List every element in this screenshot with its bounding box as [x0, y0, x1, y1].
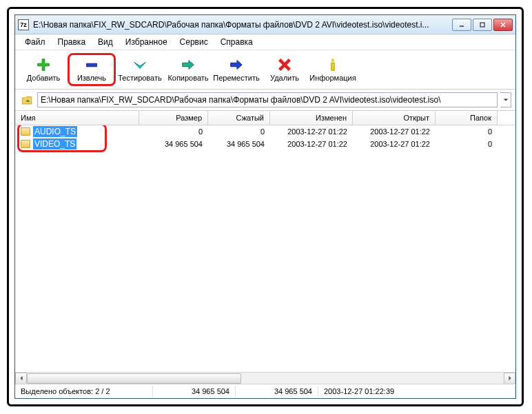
window-title: E:\Новая папка\FIX_RW_SDCARD\Рабочая пап… — [33, 20, 452, 30]
folder-icon — [21, 140, 30, 148]
file-area: Имя Размер Сжатый Изменен Открыт Папок A… — [15, 111, 515, 384]
delete-x-icon — [277, 57, 292, 72]
copy-button[interactable]: Копировать — [164, 53, 212, 86]
header-modified[interactable]: Изменен — [270, 111, 353, 125]
path-input[interactable] — [37, 92, 498, 107]
close-button[interactable] — [493, 19, 513, 31]
plus-icon — [36, 57, 51, 72]
menu-tools[interactable]: Сервис — [174, 36, 214, 48]
test-button[interactable]: Тестировать — [116, 53, 164, 86]
item-folders: 0 — [436, 140, 498, 148]
screenshot-frame: 7z E:\Новая папка\FIX_RW_SDCARD\Рабочая … — [7, 7, 524, 406]
status-date: 2003-12-27 01:22:39 — [318, 386, 515, 397]
item-folders: 0 — [436, 127, 498, 136]
scroll-thumb[interactable] — [27, 373, 241, 384]
folder-icon — [21, 127, 30, 136]
copy-arrow-icon — [181, 57, 196, 72]
info-icon — [325, 57, 340, 72]
header-name[interactable]: Имя — [15, 111, 139, 125]
header-packed[interactable]: Сжатый — [208, 111, 270, 125]
info-label: Информация — [309, 74, 356, 82]
item-size: 0 — [139, 127, 208, 136]
titlebar: 7z E:\Новая папка\FIX_RW_SDCARD\Рабочая … — [15, 15, 515, 34]
list-item[interactable]: AUDIO_TS 0 0 2003-12-27 01:22 2003-12-27… — [15, 125, 515, 138]
test-label: Тестировать — [118, 74, 162, 82]
header-folders[interactable]: Папок — [436, 111, 498, 125]
minus-icon — [84, 57, 99, 72]
main-window: 7z E:\Новая папка\FIX_RW_SDCARD\Рабочая … — [14, 14, 516, 399]
add-label: Добавить — [27, 74, 61, 82]
pathbar — [15, 90, 515, 111]
info-button[interactable]: Информация — [309, 53, 357, 86]
move-button[interactable]: Переместить — [212, 53, 260, 86]
status-size2: 34 965 504 — [236, 386, 318, 397]
menu-edit[interactable]: Правка — [52, 36, 92, 48]
item-opened: 2003-12-27 01:22 — [353, 127, 436, 136]
svg-rect-6 — [331, 63, 335, 70]
extract-label: Извлечь — [77, 74, 106, 82]
folder-up-button[interactable] — [19, 92, 34, 107]
item-name: AUDIO_TS — [33, 126, 77, 137]
menu-file[interactable]: Файл — [19, 36, 51, 48]
path-dropdown-button[interactable] — [500, 92, 511, 107]
menubar: Файл Правка Вид Избранное Сервис Справка — [15, 34, 515, 50]
app-icon: 7z — [18, 19, 29, 30]
move-label: Переместить — [213, 74, 259, 82]
column-headers: Имя Размер Сжатый Изменен Открыт Папок — [15, 111, 515, 125]
item-size: 34 965 504 — [139, 140, 208, 148]
list-item[interactable]: VIDEO_TS 34 965 504 34 965 504 2003-12-2… — [15, 138, 515, 150]
extract-button[interactable]: Извлечь — [68, 53, 116, 86]
delete-button[interactable]: Удалить — [260, 53, 309, 86]
add-button[interactable]: Добавить — [19, 53, 68, 86]
menu-view[interactable]: Вид — [92, 36, 119, 48]
status-selected: Выделено объектов: 2 / 2 — [15, 386, 153, 397]
file-list[interactable]: AUDIO_TS 0 0 2003-12-27 01:22 2003-12-27… — [15, 125, 515, 372]
horizontal-scrollbar[interactable] — [15, 372, 515, 384]
item-name: VIDEO_TS — [33, 138, 76, 149]
menu-help[interactable]: Справка — [215, 36, 258, 48]
minimize-button[interactable] — [452, 19, 471, 31]
item-opened: 2003-12-27 01:22 — [353, 140, 436, 148]
scroll-right-button[interactable] — [504, 373, 515, 384]
scroll-left-button[interactable] — [15, 373, 27, 384]
svg-point-5 — [331, 59, 335, 62]
status-size: 34 965 504 — [153, 386, 236, 397]
copy-label: Копировать — [167, 74, 208, 82]
svg-rect-1 — [480, 23, 484, 27]
check-icon — [132, 57, 147, 72]
svg-rect-4 — [87, 63, 97, 67]
delete-label: Удалить — [270, 74, 299, 82]
toolbar: Добавить Извлечь Тестировать Копировать … — [15, 50, 515, 90]
scroll-track[interactable] — [27, 373, 504, 384]
menu-favorites[interactable]: Избранное — [120, 36, 173, 48]
maximize-button[interactable] — [473, 19, 492, 31]
item-packed: 34 965 504 — [208, 140, 270, 148]
item-modified: 2003-12-27 01:22 — [270, 127, 353, 136]
move-arrow-icon — [229, 57, 244, 72]
item-modified: 2003-12-27 01:22 — [270, 140, 353, 148]
header-opened[interactable]: Открыт — [353, 111, 436, 125]
statusbar: Выделено объектов: 2 / 2 34 965 504 34 9… — [15, 384, 515, 398]
header-size[interactable]: Размер — [139, 111, 208, 125]
item-packed: 0 — [208, 127, 270, 136]
